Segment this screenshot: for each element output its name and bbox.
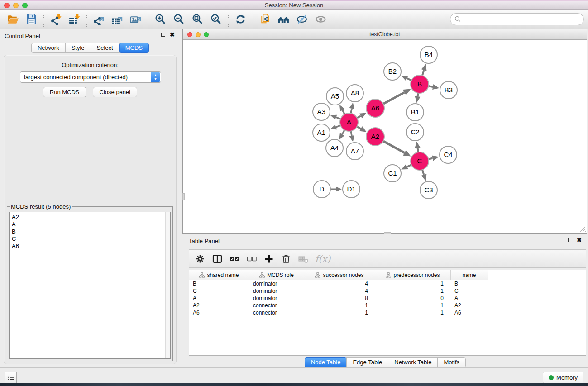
show-panels-button[interactable] — [5, 372, 17, 383]
criterion-value: largest connected component (directed) — [24, 74, 128, 81]
table-cell[interactable]: 8 — [304, 295, 375, 302]
mcds-result-item[interactable]: A — [12, 221, 170, 228]
open-session-button[interactable] — [4, 11, 22, 28]
network-canvas[interactable]: B4B2BB3B1A5A8A6A3AA1C2A2A4A7C4CC1C3DD1 — [183, 40, 587, 233]
window-resize-grip[interactable] — [580, 227, 586, 232]
table-cell[interactable]: A2 — [189, 302, 249, 309]
graph-arrowhead — [349, 103, 354, 110]
table-cell[interactable]: 1 — [304, 302, 375, 309]
splitter-handle-horizontal[interactable] — [384, 232, 391, 234]
network-from-selection-button[interactable] — [256, 11, 274, 28]
table-cell[interactable]: dominator — [249, 280, 304, 287]
table-float-panel-icon[interactable] — [568, 238, 572, 242]
table-cell[interactable]: 1 — [304, 309, 375, 316]
network-window-titlebar[interactable]: testGlobe.txt — [183, 29, 587, 40]
table-cell[interactable]: C — [189, 287, 249, 295]
hide-graphics-details-button[interactable] — [293, 11, 311, 28]
graph-node-label-C: C — [417, 157, 422, 165]
table-cell[interactable]: 1 — [375, 280, 451, 287]
table-row[interactable]: A6connector11A6 — [189, 309, 586, 316]
save-session-button[interactable] — [22, 11, 41, 28]
mcds-result-item[interactable]: A6 — [12, 243, 170, 250]
open-browser-home-button[interactable] — [274, 11, 293, 28]
column-header-MCDS-role[interactable]: MCDS role — [249, 270, 304, 280]
run-mcds-button[interactable]: Run MCDS — [43, 87, 86, 97]
refresh-button[interactable] — [231, 11, 250, 28]
table-cell[interactable]: A2 — [451, 302, 488, 309]
mcds-result-item[interactable]: A2 — [12, 214, 170, 221]
delete-button[interactable] — [279, 251, 293, 267]
table-cell[interactable]: connector — [249, 302, 304, 309]
result-list-scrollbar[interactable] — [165, 212, 170, 358]
unselect-all-button[interactable] — [244, 251, 259, 267]
table-close-panel-icon[interactable]: ✖ — [577, 238, 582, 242]
table-cell[interactable]: C — [451, 287, 488, 295]
import-table-button[interactable] — [65, 11, 84, 28]
search-input[interactable] — [450, 13, 584, 25]
close-panel-icon[interactable]: ✖ — [170, 33, 175, 37]
column-view-button[interactable] — [210, 251, 225, 267]
tab-node-table[interactable]: Node Table — [305, 357, 347, 367]
table-cell[interactable]: B — [189, 280, 249, 287]
app-titlebar: Session: New Session — [0, 1, 588, 10]
graph-arrowhead — [336, 187, 342, 192]
mcds-result-frame: MCDS result (5 nodes) A2ABCA6 — [7, 206, 173, 361]
node-table: shared nameMCDS rolesuccessor nodesprede… — [189, 270, 586, 356]
table-cell[interactable]: dominator — [249, 295, 304, 302]
column-header-successor-nodes[interactable]: successor nodes — [304, 270, 375, 280]
tab-motifs[interactable]: Motifs — [437, 357, 466, 367]
table-cell[interactable]: B — [451, 280, 488, 287]
table-row[interactable]: Cdominator41C — [189, 287, 586, 295]
tab-network[interactable]: Network — [31, 43, 66, 53]
table-cell[interactable]: 1 — [375, 287, 451, 295]
table-cell[interactable]: A — [189, 295, 249, 302]
show-graphics-details-button[interactable] — [311, 11, 330, 28]
table-cell[interactable]: A6 — [451, 309, 488, 316]
zoom-out-button[interactable] — [170, 11, 188, 28]
table-cell[interactable]: dominator — [249, 287, 304, 295]
zoom-fit-button[interactable] — [188, 11, 207, 28]
table-row[interactable]: A2connector11A2 — [189, 302, 586, 309]
table-cell[interactable]: connector — [249, 309, 304, 316]
table-cell[interactable]: 1 — [375, 302, 451, 309]
float-panel-icon[interactable] — [161, 33, 165, 37]
mcds-result-item[interactable]: B — [12, 228, 170, 235]
table-row[interactable]: Adominator80A — [189, 295, 586, 302]
network-title: testGlobe.txt — [183, 31, 587, 38]
export-table-button[interactable] — [108, 11, 127, 28]
toolbar-separator — [43, 12, 44, 27]
export-image-button[interactable] — [127, 11, 145, 28]
mcds-result-item[interactable]: C — [12, 235, 170, 243]
table-row[interactable]: Bdominator41B — [189, 280, 586, 287]
close-panel-button[interactable]: Close panel — [93, 87, 138, 97]
table-header-row: shared nameMCDS rolesuccessor nodesprede… — [189, 270, 586, 280]
tab-network-table[interactable]: Network Table — [388, 357, 438, 367]
memory-label: Memory — [556, 374, 578, 381]
settings-gear-button[interactable] — [193, 251, 207, 267]
show-graphics-details-icon — [315, 13, 327, 25]
memory-button[interactable]: Memory — [543, 372, 583, 383]
table-cell[interactable]: 0 — [375, 295, 451, 302]
tab-style[interactable]: Style — [65, 43, 91, 53]
tab-edge-table[interactable]: Edge Table — [346, 357, 388, 367]
column-header-name[interactable]: name — [451, 270, 488, 280]
table-cell[interactable]: 1 — [375, 309, 451, 316]
column-header-shared-name[interactable]: shared name — [189, 270, 249, 280]
select-all-button[interactable] — [227, 251, 242, 267]
criterion-select[interactable]: largest connected component (directed) ▲… — [20, 71, 161, 83]
column-header-predecessor-nodes[interactable]: predecessor nodes — [375, 270, 451, 280]
zoom-in-button[interactable] — [151, 11, 170, 28]
export-network-button[interactable] — [90, 11, 108, 28]
table-cell[interactable]: A6 — [189, 309, 249, 316]
tab-mcds[interactable]: MCDS — [119, 43, 149, 53]
table-cell[interactable]: 4 — [304, 280, 375, 287]
cytoscape-window: Session: New Session Control Panel ✖ Net… — [0, 0, 588, 386]
add-button[interactable] — [262, 251, 276, 267]
graph-node-label-A5: A5 — [331, 92, 339, 100]
import-network-button[interactable] — [47, 11, 65, 28]
zoom-selected-button[interactable] — [207, 11, 225, 28]
table-cell[interactable]: A — [451, 295, 488, 302]
table-cell[interactable]: 4 — [304, 287, 375, 295]
splitter-handle-vertical[interactable] — [182, 193, 185, 200]
tab-select[interactable]: Select — [91, 43, 120, 53]
